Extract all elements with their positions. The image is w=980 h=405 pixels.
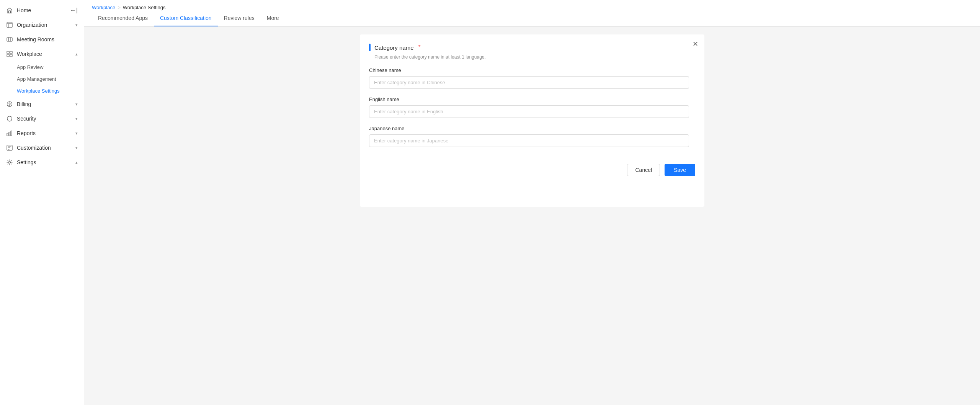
svg-rect-7 [7,51,9,54]
japanese-name-label: Japanese name [369,126,689,131]
sidebar-item-workplace-settings[interactable]: Workplace Settings [0,85,84,97]
save-button[interactable]: Save [665,164,695,176]
japanese-name-input[interactable] [369,134,689,147]
meeting-rooms-icon [6,36,13,43]
cancel-button[interactable]: Cancel [627,164,660,176]
chevron-up-icon: ▴ [75,52,78,57]
home-icon [6,7,13,14]
svg-rect-13 [9,132,10,136]
svg-rect-10 [10,54,12,57]
chinese-name-label: Chinese name [369,67,689,73]
sidebar-label-customization: Customization [17,145,72,151]
chinese-name-group: Chinese name [369,67,689,89]
sidebar-item-customization[interactable]: Customization ▾ [0,140,84,155]
tab-custom-classification[interactable]: Custom Classification [154,10,218,26]
sidebar-item-settings[interactable]: Settings ▴ [0,155,84,170]
customization-icon [6,144,13,151]
sidebar-label-home: Home [17,7,66,13]
billing-icon [6,101,13,108]
chinese-name-input[interactable] [369,76,689,89]
category-form-panel: ✕ Category name * Please enter the categ… [360,34,704,207]
chevron-down-icon: ▾ [75,23,78,28]
sidebar-item-security[interactable]: Security ▾ [0,111,84,126]
chevron-up-icon: ▴ [75,160,78,165]
form-scrollable: Chinese name English name Japanese name [369,67,695,155]
settings-icon [6,159,13,166]
chevron-down-icon: ▾ [75,145,78,150]
tabs-bar: Recommended Apps Custom Classification R… [84,10,980,26]
section-title: Category name [374,44,414,51]
chevron-down-icon: ▾ [75,116,78,121]
svg-rect-14 [11,131,12,136]
sidebar-item-app-review[interactable]: App Review [0,61,84,73]
svg-rect-0 [9,11,11,13]
reports-icon [6,130,13,137]
sidebar-label-workplace: Workplace [17,51,72,57]
svg-rect-12 [7,133,8,136]
japanese-name-group: Japanese name [369,126,689,147]
content-area: ✕ Category name * Please enter the categ… [84,27,980,405]
form-footer: Cancel Save [369,158,695,176]
section-bar-indicator [369,44,371,51]
close-button[interactable]: ✕ [693,41,698,47]
security-icon [6,115,13,122]
sidebar-item-meeting-rooms[interactable]: Meeting Rooms [0,32,84,47]
section-hint: Please enter the category name in at lea… [369,54,695,60]
tab-recommended-apps[interactable]: Recommended Apps [92,10,154,26]
tab-review-rules[interactable]: Review rules [218,10,261,26]
breadcrumb-separator: > [118,5,121,10]
sidebar-label-organization: Organization [17,22,72,28]
svg-point-16 [9,162,11,163]
chevron-down-icon: ▾ [75,102,78,107]
sidebar-label-settings: Settings [17,159,72,165]
svg-rect-4 [7,38,12,41]
workplace-sub-items: App Review App Management Workplace Sett… [0,61,84,97]
sidebar-label-reports: Reports [17,130,72,136]
chevron-down-icon: ▾ [75,131,78,136]
sidebar-label-billing: Billing [17,101,72,107]
required-star: * [418,44,421,51]
english-name-group: English name [369,96,689,118]
sidebar-item-billing[interactable]: Billing ▾ [0,97,84,111]
sidebar-item-home[interactable]: Home ←| [0,3,84,18]
svg-rect-9 [7,54,9,57]
english-name-label: English name [369,96,689,102]
svg-rect-1 [7,22,12,28]
breadcrumb: Workplace > Workplace Settings [84,0,980,10]
sidebar-item-reports[interactable]: Reports ▾ [0,126,84,140]
svg-rect-8 [10,51,12,54]
collapse-icon[interactable]: ←| [70,7,78,14]
section-header: Category name * [369,44,695,51]
english-name-input[interactable] [369,105,689,118]
organization-icon [6,21,13,28]
sidebar-label-meeting-rooms: Meeting Rooms [17,36,78,42]
sidebar-label-security: Security [17,116,72,122]
breadcrumb-parent[interactable]: Workplace [92,5,115,10]
tab-more[interactable]: More [261,10,285,26]
breadcrumb-current: Workplace Settings [123,5,166,10]
sidebar-item-organization[interactable]: Organization ▾ [0,18,84,32]
sidebar-item-workplace[interactable]: Workplace ▴ [0,47,84,61]
workplace-icon [6,51,13,57]
main-content: Workplace > Workplace Settings Recommend… [84,0,980,405]
sidebar: Home ←| Organization ▾ Meeting Rooms [0,0,84,405]
sidebar-item-app-management[interactable]: App Management [0,73,84,85]
